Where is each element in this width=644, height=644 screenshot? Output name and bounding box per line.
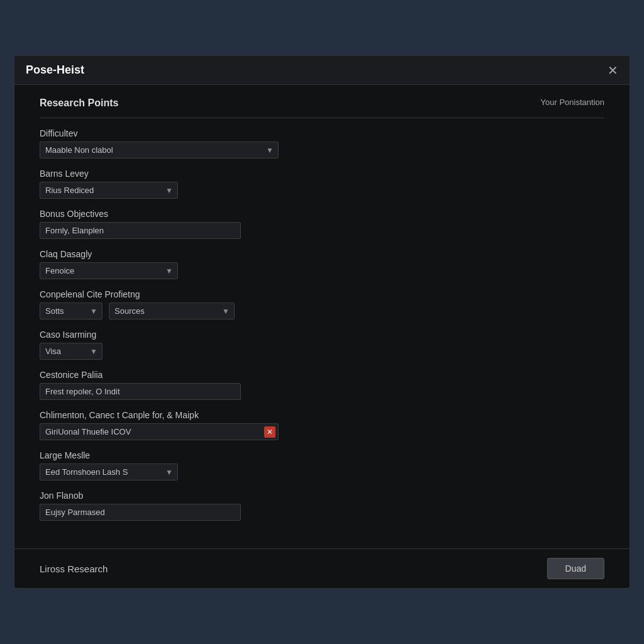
caso-isarming-select[interactable]: Visa: [40, 343, 103, 360]
section-title-research-points: Research Points: [40, 97, 118, 109]
modal-overlay: Pose-Heist ✕ Research Points Your Ponist…: [0, 0, 644, 644]
top-right-label: Your Ponistantion: [541, 97, 604, 107]
claq-dasagly-select[interactable]: Fenoice: [40, 262, 178, 279]
caso-isarming-select-wrapper: Visa ▼: [40, 343, 103, 360]
conpelenal-label: Conpelenal Cite Profietng: [40, 289, 604, 299]
barns-level-select-wrapper: Rius Rediced ▼: [40, 182, 178, 199]
cestonice-paliia-input[interactable]: [40, 383, 241, 400]
barns-level-label: Barns Levey: [40, 169, 604, 179]
claq-dasagly-label: Claq Dasagly: [40, 249, 604, 259]
modal-header: Pose-Heist ✕: [14, 56, 630, 85]
jon-flanob-label: Jon Flanob: [40, 491, 604, 501]
field-group-large-meslle: Large Meslle Eed Tornshoen Lash S ▼: [40, 450, 604, 480]
large-meslle-select-wrapper: Eed Tornshoen Lash S ▼: [40, 464, 178, 480]
top-divider: [40, 118, 604, 118]
caso-isarming-label: Caso Isarming: [40, 330, 604, 340]
field-group-barns-level: Barns Levey Rius Rediced ▼: [40, 169, 604, 199]
bonus-objectives-label: Bonus Objectives: [40, 209, 604, 219]
bonus-objectives-input[interactable]: [40, 222, 241, 239]
field-group-caso-isarming: Caso Isarming Visa ▼: [40, 330, 604, 360]
chlimenton-input-wrapper: ✕: [40, 423, 279, 440]
jon-flanob-input[interactable]: [40, 504, 241, 521]
field-group-bonus-objectives: Bonus Objectives: [40, 209, 604, 239]
claq-dasagly-select-wrapper: Fenoice ▼: [40, 262, 178, 279]
chlimenton-label: Chlimenton, Canec t Canple for, & Maipk: [40, 410, 604, 420]
difficulty-select-wrapper: Maable Non clabol ▼: [40, 142, 279, 158]
difficulty-select[interactable]: Maable Non clabol: [40, 142, 279, 158]
conpelenal-sources-select[interactable]: Sources: [109, 303, 235, 319]
close-button[interactable]: ✕: [608, 64, 618, 77]
top-row: Research Points Your Ponistantion: [40, 97, 604, 109]
modal-title: Pose-Heist: [26, 64, 84, 77]
cestonice-paliia-label: Cestonice Paliia: [40, 370, 604, 380]
field-group-cestonice-paliia: Cestonice Paliia: [40, 370, 604, 400]
field-group-chlimenton: Chlimenton, Canec t Canple for, & Maipk …: [40, 410, 604, 440]
conpelenal-sotts-wrapper: Sotts ▼: [40, 303, 103, 319]
modal-container: Pose-Heist ✕ Research Points Your Ponist…: [14, 55, 630, 589]
modal-body: Research Points Your Ponistantion Diffic…: [14, 85, 630, 543]
field-group-difficulty: Difficultev Maable Non clabol ▼: [40, 128, 604, 158]
chlimenton-clear-button[interactable]: ✕: [264, 426, 275, 438]
field-group-conpelenal: Conpelenal Cite Profietng Sotts ▼ Source…: [40, 289, 604, 319]
large-meslle-label: Large Meslle: [40, 450, 604, 460]
chlimenton-input[interactable]: [40, 423, 279, 440]
duad-button[interactable]: Duad: [547, 558, 604, 579]
difficulty-label: Difficultev: [40, 128, 604, 138]
conpelenal-sotts-select[interactable]: Sotts: [40, 303, 103, 319]
footer-label: Liross Research: [40, 564, 108, 574]
field-group-claq-dasagly: Claq Dasagly Fenoice ▼: [40, 249, 604, 279]
conpelenal-sources-wrapper: Sources ▼: [109, 303, 235, 319]
field-group-jon-flanob: Jon Flanob: [40, 491, 604, 521]
large-meslle-select[interactable]: Eed Tornshoen Lash S: [40, 464, 178, 480]
conpelenal-row: Sotts ▼ Sources ▼: [40, 303, 604, 319]
modal-footer: Liross Research Duad: [14, 548, 630, 588]
barns-level-select[interactable]: Rius Rediced: [40, 182, 178, 199]
